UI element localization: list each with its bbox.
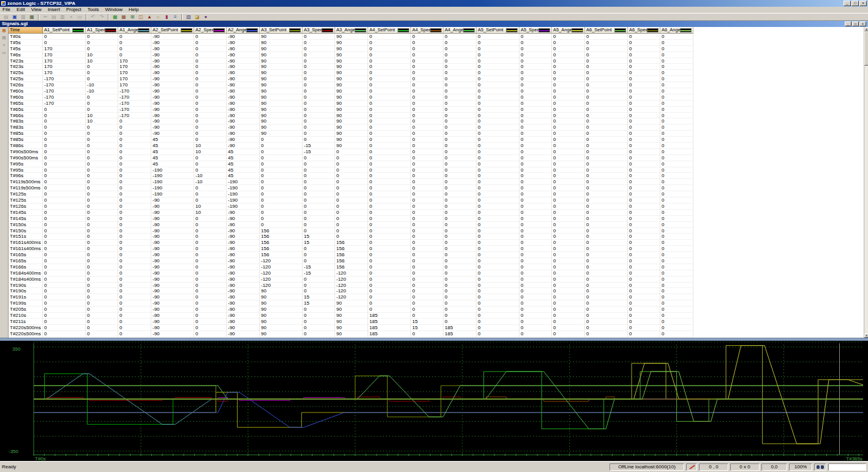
- value-cell[interactable]: 0: [194, 319, 227, 325]
- dictionary-icon[interactable]: ≡: [172, 13, 179, 20]
- value-cell[interactable]: 0: [368, 107, 411, 113]
- value-cell[interactable]: 0: [43, 270, 86, 276]
- column-header-a1_setpoint[interactable]: A1_SetPoint: [43, 27, 86, 34]
- value-cell[interactable]: 0: [660, 40, 693, 46]
- value-cell[interactable]: 0: [519, 88, 552, 94]
- value-cell[interactable]: 0: [552, 210, 585, 216]
- value-cell[interactable]: 0: [477, 76, 519, 82]
- value-cell[interactable]: 0: [660, 161, 693, 167]
- value-cell[interactable]: 0: [519, 58, 552, 64]
- value-cell[interactable]: -90: [151, 107, 194, 113]
- time-cell[interactable]: T#86s: [9, 143, 43, 149]
- value-cell[interactable]: 0: [303, 101, 335, 107]
- time-cell[interactable]: T#165s: [9, 258, 43, 264]
- value-cell[interactable]: 45: [227, 167, 260, 173]
- value-cell[interactable]: 0: [303, 197, 335, 204]
- value-cell[interactable]: 0: [628, 294, 660, 300]
- value-cell[interactable]: 0: [628, 288, 660, 294]
- value-cell[interactable]: 0: [368, 276, 411, 283]
- value-cell[interactable]: 0: [552, 149, 585, 155]
- value-cell[interactable]: 0: [628, 173, 660, 179]
- value-cell[interactable]: 0: [552, 288, 585, 294]
- value-cell[interactable]: 0: [411, 264, 443, 270]
- value-cell[interactable]: 0: [260, 191, 303, 197]
- value-cell[interactable]: 10: [86, 113, 118, 119]
- value-cell[interactable]: 0: [86, 149, 118, 155]
- value-cell[interactable]: 0: [585, 270, 628, 276]
- value-cell[interactable]: -90: [151, 40, 194, 46]
- value-cell[interactable]: -90: [151, 228, 194, 234]
- value-cell[interactable]: 0: [411, 143, 443, 149]
- value-cell[interactable]: 0: [194, 52, 227, 58]
- value-cell[interactable]: 0: [443, 131, 477, 137]
- value-cell[interactable]: 90: [260, 94, 303, 101]
- column-header-a3_speed[interactable]: A3_Speed: [303, 27, 335, 34]
- value-cell[interactable]: 0: [368, 222, 411, 228]
- value-cell[interactable]: 0: [519, 113, 552, 119]
- value-cell[interactable]: 0: [43, 34, 86, 40]
- value-cell[interactable]: 0: [303, 113, 335, 119]
- value-cell[interactable]: -90: [227, 210, 260, 216]
- value-cell[interactable]: -90: [151, 76, 194, 82]
- value-cell[interactable]: 0: [368, 294, 411, 300]
- value-cell[interactable]: 0: [585, 34, 628, 40]
- value-cell[interactable]: 0: [368, 46, 411, 52]
- value-cell[interactable]: 0: [303, 161, 335, 167]
- value-cell[interactable]: 0: [86, 331, 118, 337]
- value-cell[interactable]: 0: [411, 234, 443, 240]
- value-cell[interactable]: 0: [86, 124, 118, 131]
- value-cell[interactable]: 0: [411, 204, 443, 210]
- value-cell[interactable]: -90: [227, 52, 260, 58]
- value-cell[interactable]: 0: [303, 118, 335, 124]
- value-cell[interactable]: -90: [227, 288, 260, 294]
- value-cell[interactable]: 0: [368, 70, 411, 76]
- value-cell[interactable]: 0: [411, 76, 443, 82]
- time-cell[interactable]: T#145s: [9, 210, 43, 216]
- value-cell[interactable]: 0: [443, 161, 477, 167]
- value-cell[interactable]: 0: [303, 155, 335, 161]
- value-cell[interactable]: 0: [628, 313, 660, 319]
- value-cell[interactable]: 0: [260, 155, 303, 161]
- value-cell[interactable]: 15: [411, 325, 443, 331]
- value-cell[interactable]: 0: [443, 94, 477, 101]
- paste-icon[interactable]: ▥: [59, 13, 66, 20]
- value-cell[interactable]: 0: [443, 283, 477, 289]
- value-cell[interactable]: 0: [43, 149, 86, 155]
- doc-restore-button[interactable]: □: [852, 21, 859, 26]
- value-cell[interactable]: 0: [443, 40, 477, 46]
- value-cell[interactable]: -90: [151, 204, 194, 210]
- column-header-a2_angel[interactable]: A2_Angel: [227, 27, 260, 34]
- value-cell[interactable]: -15: [303, 143, 335, 149]
- value-cell[interactable]: 185: [443, 331, 477, 337]
- value-cell[interactable]: 0: [585, 185, 628, 191]
- value-cell[interactable]: -15: [303, 270, 335, 276]
- minimize-button[interactable]: _: [843, 1, 851, 6]
- menu-item-file[interactable]: File: [2, 7, 10, 13]
- value-cell[interactable]: 0: [368, 258, 411, 264]
- value-cell[interactable]: 0: [303, 185, 335, 191]
- value-cell[interactable]: 0: [43, 161, 86, 167]
- value-cell[interactable]: 156: [335, 246, 368, 252]
- value-cell[interactable]: 0: [86, 270, 118, 276]
- value-cell[interactable]: 0: [411, 252, 443, 258]
- value-cell[interactable]: 0: [552, 246, 585, 252]
- value-cell[interactable]: 0: [86, 34, 118, 40]
- value-cell[interactable]: 0: [303, 325, 335, 331]
- value-cell[interactable]: 0: [477, 124, 519, 131]
- value-cell[interactable]: 0: [552, 191, 585, 197]
- value-cell[interactable]: 0: [660, 76, 693, 82]
- value-cell[interactable]: 0: [585, 228, 628, 234]
- value-cell[interactable]: 0: [43, 40, 86, 46]
- value-cell[interactable]: 90: [335, 313, 368, 319]
- value-cell[interactable]: 0: [368, 52, 411, 58]
- value-cell[interactable]: 0: [660, 155, 693, 161]
- grid-view-icon[interactable]: ▦: [120, 13, 127, 20]
- value-cell[interactable]: 0: [43, 283, 86, 289]
- value-cell[interactable]: 0: [194, 252, 227, 258]
- time-cell[interactable]: T#165s: [9, 252, 43, 258]
- value-cell[interactable]: 0: [411, 155, 443, 161]
- value-cell[interactable]: 0: [411, 240, 443, 246]
- value-cell[interactable]: 0: [86, 276, 118, 283]
- value-cell[interactable]: -90: [227, 240, 260, 246]
- value-cell[interactable]: 0: [519, 234, 552, 240]
